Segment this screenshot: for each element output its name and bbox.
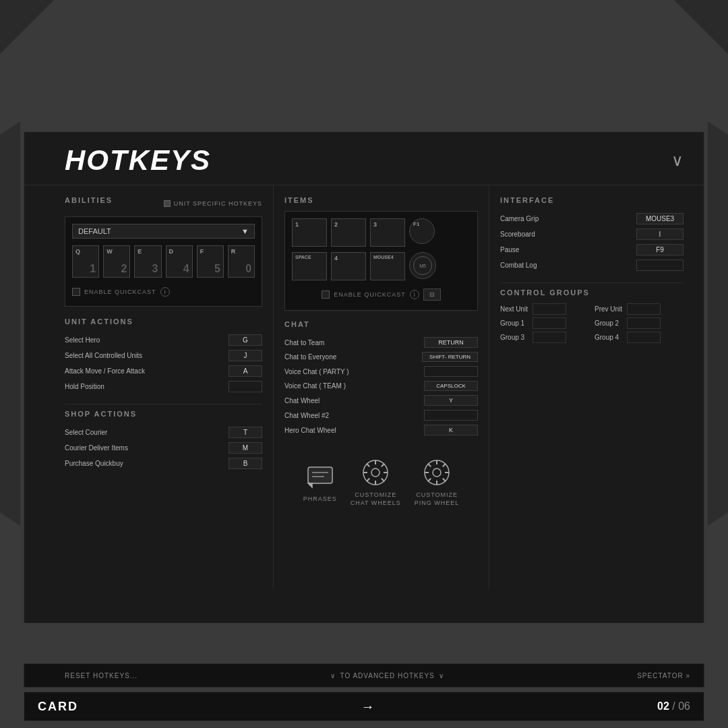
phrases-icon <box>305 462 335 491</box>
ability-key-d[interactable]: D 4 <box>166 245 193 278</box>
key-prev-unit[interactable] <box>627 303 661 315</box>
svg-line-11 <box>382 479 385 482</box>
ability-key-q[interactable]: Q 1 <box>72 245 99 278</box>
middle-column: ITEMS 1 2 3 F1 <box>274 185 489 588</box>
key-scoreboard[interactable]: I <box>636 229 684 240</box>
svg-rect-0 <box>308 467 332 483</box>
chat-key-chat-wheel2[interactable] <box>424 410 478 421</box>
card-label: CARD <box>38 700 78 714</box>
ability-key-r[interactable]: R 0 <box>228 245 255 278</box>
customize-chat-wheels-button[interactable]: CUSTOMIZECHAT WHEELS <box>351 458 401 507</box>
right-column: INTERFACE Camera Grip MOUSE3 Scoreboard … <box>489 185 704 588</box>
action-select-courier: Select Courier T <box>65 425 262 440</box>
key-combat-log[interactable] <box>636 260 684 271</box>
abilities-box: DEFAULT ▼ Q 1 W 2 E <box>65 216 262 307</box>
key-pause[interactable]: F9 <box>636 244 684 255</box>
key-next-unit[interactable] <box>533 303 566 315</box>
key-group3[interactable] <box>533 332 566 343</box>
control-groups-title: CONTROL GROUPS <box>500 289 684 297</box>
phrases-button[interactable]: PHRASES <box>303 462 337 504</box>
chat-key-team[interactable]: RETURN <box>424 337 478 348</box>
key-group1[interactable] <box>533 317 566 329</box>
svg-line-23 <box>428 479 431 482</box>
quickcast-row: ENABLE QUICKCAST i <box>72 284 255 299</box>
ability-key-e[interactable]: E 3 <box>134 245 161 278</box>
action-select-hero: Select Hero G <box>65 332 262 348</box>
cg-row-next-prev: Next Unit Prev Unit <box>500 303 684 315</box>
cg-row-group-3-4: Group 3 Group 4 <box>500 332 684 343</box>
mouse5-inner: M5 <box>413 256 432 275</box>
chat-row-voice-team: Voice Chat ( TEAM ) CAPSLOCK <box>284 379 478 393</box>
chat-key-everyone[interactable]: SHIFT- RETURN <box>422 352 478 362</box>
chat-key-chat-wheel[interactable]: Y <box>424 395 478 406</box>
item-slot-mouse5[interactable]: M5 <box>409 252 436 279</box>
unit-actions-title: UNIT ACTIONS <box>65 317 262 326</box>
key-hold-position[interactable] <box>229 381 262 392</box>
items-section-title: ITEMS <box>284 196 478 204</box>
items-quickcast-btn[interactable]: ⊟ <box>423 289 441 301</box>
quickcast-info-icon: i <box>160 287 170 297</box>
item-slot-3[interactable]: 3 <box>370 218 405 247</box>
abilities-header: ABILITIES UNIT SPECIFIC HOTKEYS <box>65 196 262 211</box>
key-select-hero[interactable]: G <box>229 334 262 346</box>
control-groups-section: CONTROL GROUPS Next Unit Prev Unit Group… <box>500 289 684 343</box>
item-slot-2[interactable]: 2 <box>331 218 366 247</box>
key-select-all[interactable]: J <box>229 350 262 361</box>
unit-specific-checkbox[interactable] <box>164 200 171 207</box>
item-slot-1[interactable]: 1 <box>292 218 327 247</box>
chat-key-hero-wheel[interactable]: K <box>424 425 478 435</box>
abilities-dropdown[interactable]: DEFAULT ▼ <box>72 224 255 239</box>
unit-specific-label: UNIT SPECIFIC HOTKEYS <box>174 200 262 207</box>
spectator-button[interactable]: SPECTATOR » <box>637 672 690 679</box>
ability-key-f[interactable]: F 5 <box>197 245 224 278</box>
key-camera-grip[interactable]: MOUSE3 <box>636 213 684 224</box>
chevron-down-icon[interactable]: ∨ <box>671 151 684 170</box>
item-slot-4[interactable]: 4 <box>331 252 366 280</box>
chat-section: CHAT Chat to Team RETURN Chat to Everyon… <box>284 320 478 437</box>
reset-hotkeys-button[interactable]: RESET HOTKEYS... <box>65 672 138 679</box>
customize-ping-wheel-button[interactable]: CUSTOMIZEPING WHEEL <box>415 458 460 507</box>
dropdown-arrow: ▼ <box>241 227 249 235</box>
items-section: ITEMS 1 2 3 F1 <box>284 196 478 311</box>
chat-key-voice-team[interactable]: CAPSLOCK <box>424 381 478 391</box>
items-quickcast-row: ENABLE QUICKCAST i ⊟ <box>292 286 471 303</box>
chat-key-voice-party[interactable] <box>424 366 478 377</box>
card-separator: / <box>672 700 678 712</box>
quickcast-checkbox[interactable] <box>72 288 80 296</box>
key-group2[interactable] <box>627 317 661 329</box>
chat-row-hero-wheel: Hero Chat Wheel K <box>284 423 478 437</box>
page-title: HOTKEYS <box>65 144 211 177</box>
chevron-left-icon: ∨ <box>330 672 336 679</box>
customize-chat-wheels-icon <box>361 458 390 487</box>
items-quickcast-checkbox[interactable] <box>322 291 330 299</box>
key-attack-move[interactable]: A <box>229 365 262 377</box>
unit-specific-row: UNIT SPECIFIC HOTKEYS <box>164 200 262 207</box>
chat-row-everyone: Chat to Everyone SHIFT- RETURN <box>284 350 478 364</box>
items-info-icon: i <box>410 290 419 299</box>
svg-line-22 <box>443 464 446 467</box>
shop-actions-title: SHOP ACTIONS <box>65 410 262 418</box>
advanced-hotkeys-button[interactable]: ∨ TO ADVANCED HOTKEYS ∨ <box>330 672 444 679</box>
item-slot-space[interactable]: SPACE <box>292 252 327 280</box>
abilities-section-title: ABILITIES <box>65 196 113 204</box>
interface-section-title: INTERFACE <box>500 196 684 204</box>
chat-row-chat-wheel: Chat Wheel Y <box>284 393 478 408</box>
key-select-courier[interactable]: T <box>229 427 262 438</box>
key-purchase-quickbuy[interactable]: B <box>229 458 262 469</box>
customize-ping-wheel-icon <box>422 458 452 487</box>
action-courier-deliver: Courier Deliver Items M <box>65 440 262 456</box>
phrases-label: PHRASES <box>303 495 337 504</box>
main-panel: HOTKEYS ∨ ABILITIES UNIT SPECIFIC HOTKEY… <box>24 131 704 624</box>
key-group4[interactable] <box>627 332 661 343</box>
ability-key-w[interactable]: W 2 <box>103 245 130 278</box>
card-arrow[interactable]: → <box>361 699 375 715</box>
cg-group1: Group 1 <box>500 317 589 329</box>
chat-row-team: Chat to Team RETURN <box>284 335 478 350</box>
quickcast-label: ENABLE QUICKCAST <box>84 289 156 295</box>
item-slot-mouse4[interactable]: MOUSE4 <box>370 252 405 280</box>
item-slot-f1[interactable]: F1 <box>409 218 435 244</box>
interface-section: INTERFACE Camera Grip MOUSE3 Scoreboard … <box>500 196 684 273</box>
action-purchase-quickbuy: Purchase Quickbuy B <box>65 456 262 471</box>
key-courier-deliver[interactable]: M <box>229 442 262 454</box>
card-bar: CARD → 02 / 06 <box>24 692 704 721</box>
